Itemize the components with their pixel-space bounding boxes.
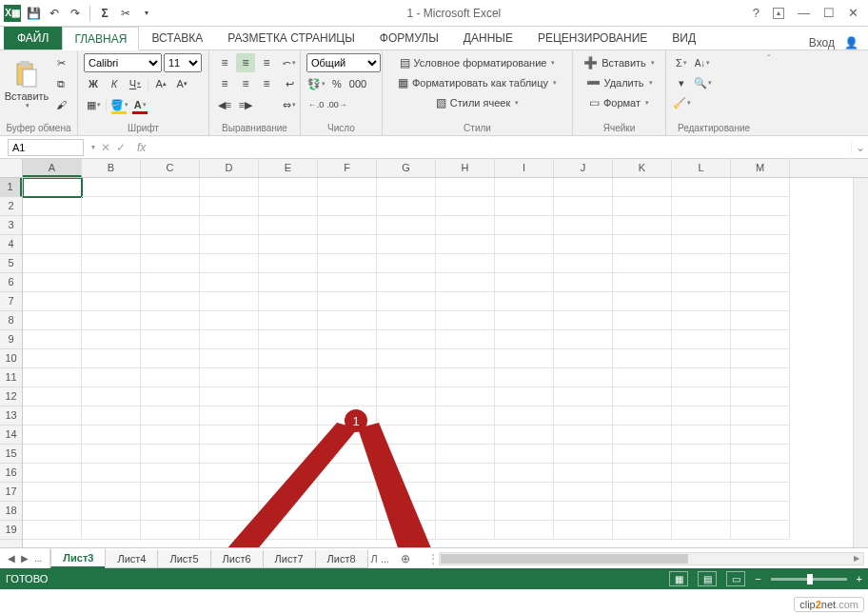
- cell[interactable]: [82, 387, 141, 406]
- close-icon[interactable]: ✕: [848, 6, 858, 20]
- cell[interactable]: [200, 502, 259, 521]
- column-header[interactable]: E: [259, 159, 318, 177]
- cell[interactable]: [318, 464, 377, 483]
- cell[interactable]: [436, 235, 495, 254]
- row-header[interactable]: 12: [0, 387, 22, 406]
- align-top-icon[interactable]: ≡: [215, 53, 234, 72]
- cell[interactable]: [436, 273, 495, 292]
- cell[interactable]: [672, 273, 731, 292]
- cell[interactable]: [731, 216, 790, 235]
- cell[interactable]: [672, 197, 731, 216]
- column-header[interactable]: M: [731, 159, 790, 177]
- row-header[interactable]: 15: [0, 445, 22, 464]
- row-header[interactable]: 9: [0, 330, 22, 349]
- cell[interactable]: [672, 483, 731, 502]
- cell[interactable]: [259, 197, 318, 216]
- font-name-select[interactable]: Calibri: [84, 53, 162, 72]
- cell[interactable]: [672, 254, 731, 273]
- cell[interactable]: [82, 292, 141, 311]
- cell[interactable]: [554, 311, 613, 330]
- cell[interactable]: [377, 445, 436, 464]
- cell[interactable]: [141, 521, 200, 540]
- cell[interactable]: [731, 445, 790, 464]
- zoom-slider[interactable]: [771, 578, 847, 581]
- cell[interactable]: [259, 464, 318, 483]
- cell[interactable]: [436, 502, 495, 521]
- cell[interactable]: [200, 521, 259, 540]
- cell[interactable]: [200, 349, 259, 368]
- cell[interactable]: [495, 273, 554, 292]
- cell[interactable]: [436, 521, 495, 540]
- cell[interactable]: [377, 349, 436, 368]
- cell[interactable]: [23, 254, 82, 273]
- cell[interactable]: [141, 330, 200, 349]
- cell[interactable]: [554, 406, 613, 426]
- cell[interactable]: [82, 254, 141, 273]
- cell[interactable]: [141, 273, 200, 292]
- cell[interactable]: [141, 178, 200, 197]
- cell[interactable]: [613, 292, 672, 311]
- cell[interactable]: [82, 464, 141, 483]
- cell[interactable]: [613, 521, 672, 540]
- delete-cells-button[interactable]: ➖Удалить▾: [579, 73, 660, 92]
- cell[interactable]: [23, 216, 82, 235]
- cell[interactable]: [554, 521, 613, 540]
- cell[interactable]: [377, 330, 436, 349]
- cell[interactable]: [23, 406, 82, 426]
- cell[interactable]: [259, 387, 318, 406]
- cell[interactable]: [672, 502, 731, 521]
- font-color-icon[interactable]: А▾: [130, 95, 149, 114]
- cell[interactable]: [200, 197, 259, 216]
- qat-customize-icon[interactable]: ▾: [138, 5, 155, 22]
- increase-font-icon[interactable]: A▴: [151, 74, 170, 93]
- cell[interactable]: [23, 311, 82, 330]
- sheet-tab[interactable]: Лист3: [50, 549, 106, 568]
- cell[interactable]: [613, 445, 672, 464]
- cell[interactable]: [318, 502, 377, 521]
- align-left-icon[interactable]: ≡: [215, 74, 234, 93]
- user-icon[interactable]: 👤: [844, 36, 858, 50]
- cell[interactable]: [377, 178, 436, 197]
- cell[interactable]: [495, 445, 554, 464]
- collapse-ribbon-icon[interactable]: ˆ: [767, 54, 770, 65]
- select-all-corner[interactable]: [0, 159, 23, 178]
- signin-label[interactable]: Вход: [809, 36, 835, 50]
- cell[interactable]: [318, 387, 377, 406]
- cancel-formula-icon[interactable]: ✕: [101, 141, 110, 154]
- cell[interactable]: [259, 178, 318, 197]
- cell[interactable]: [495, 235, 554, 254]
- cell[interactable]: [141, 406, 200, 426]
- cell[interactable]: [731, 426, 790, 445]
- cell[interactable]: [200, 426, 259, 445]
- cell[interactable]: [436, 197, 495, 216]
- cell[interactable]: [554, 502, 613, 521]
- copy-icon[interactable]: ⧉: [51, 74, 70, 93]
- cell[interactable]: [318, 368, 377, 387]
- decrease-indent-icon[interactable]: ◀≡: [215, 95, 234, 114]
- cell[interactable]: [318, 349, 377, 368]
- cell[interactable]: [613, 464, 672, 483]
- row-header[interactable]: 14: [0, 426, 22, 445]
- column-header[interactable]: D: [200, 159, 259, 177]
- cell[interactable]: [318, 311, 377, 330]
- cell[interactable]: [554, 273, 613, 292]
- cell[interactable]: [731, 197, 790, 216]
- sheet-tab[interactable]: Лист6: [210, 550, 264, 568]
- cell[interactable]: [377, 387, 436, 406]
- cell[interactable]: [259, 292, 318, 311]
- cell[interactable]: [672, 387, 731, 406]
- row-header[interactable]: 16: [0, 464, 22, 483]
- cell[interactable]: [82, 273, 141, 292]
- cell[interactable]: [23, 273, 82, 292]
- cell[interactable]: [82, 521, 141, 540]
- cell[interactable]: [377, 368, 436, 387]
- row-header[interactable]: 2: [0, 197, 22, 216]
- cell[interactable]: [672, 178, 731, 197]
- cell[interactable]: [672, 216, 731, 235]
- cell[interactable]: [82, 330, 141, 349]
- cell[interactable]: [141, 445, 200, 464]
- cell[interactable]: [200, 235, 259, 254]
- cell[interactable]: [259, 406, 318, 426]
- font-size-select[interactable]: 11: [164, 53, 202, 72]
- row-header[interactable]: 13: [0, 406, 22, 426]
